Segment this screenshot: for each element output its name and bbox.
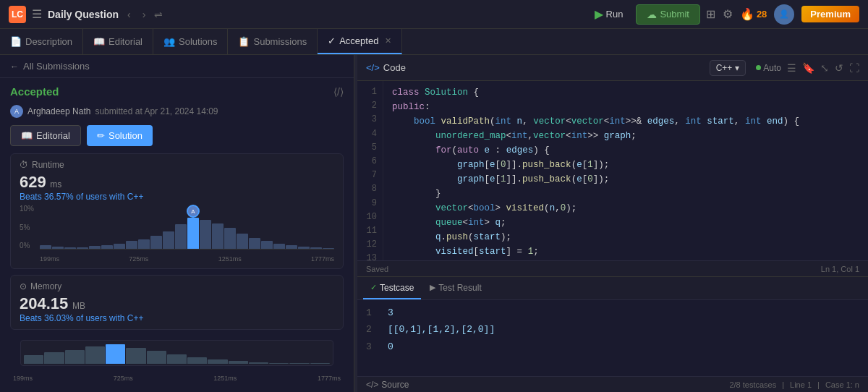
bar-17 [237, 234, 248, 249]
hamburger-icon[interactable]: ☰ [32, 7, 42, 21]
test-val-3: 0 [388, 338, 393, 355]
source-label: Source [381, 380, 409, 390]
test-ln-1: 1 [366, 304, 380, 321]
test-result-icon: ▶ [430, 283, 435, 292]
bar-19 [261, 241, 273, 249]
tab-accepted[interactable]: ✓ Accepted ✕ [318, 29, 402, 54]
solution-button[interactable]: ✏ Solution [87, 125, 153, 146]
memory-value: 204.15 [20, 294, 68, 312]
top-nav: LC ☰ Daily Question ‹ › ⇌ ▶ Run ☁ Submit… [0, 0, 868, 29]
auto-badge: Auto [756, 63, 781, 73]
test-result-label: Test Result [438, 283, 481, 293]
code-line-4: unordered_map<int,vector<int>> graph; [392, 129, 859, 143]
code-line-6: graph[e[0]].push_back(e[1]); [392, 158, 859, 172]
code-line-8: } [392, 187, 859, 201]
submit-button[interactable]: ☁ Submit [636, 4, 699, 25]
ln-13: 13 [363, 252, 377, 260]
mini-x-2: 725ms [114, 375, 133, 382]
tab-submissions[interactable]: 📋 Submissions [228, 29, 318, 54]
tab-solutions[interactable]: 👥 Solutions [153, 29, 228, 54]
runtime-label: ⏱ Runtime [20, 160, 334, 170]
tab-test-result[interactable]: ▶ Test Result [422, 277, 488, 299]
auto-label: Auto [763, 63, 781, 73]
mini-bar-15 [310, 363, 330, 364]
runtime-chart: 10% 5% 0% [20, 205, 334, 263]
fullscreen-icon[interactable]: ⛶ [849, 62, 859, 74]
bookmark-icon[interactable]: 🔖 [802, 62, 814, 74]
nav-center: ▶ Run ☁ Submit [587, 4, 700, 25]
submissions-icon: 📋 [238, 36, 250, 47]
bar-14 [200, 220, 211, 249]
extensions-icon[interactable]: ⊞ [706, 7, 715, 21]
bar-16 [224, 228, 236, 249]
mini-chart [20, 340, 333, 366]
x-label-1: 199ms [40, 255, 59, 263]
test-line-3: 3 0 [366, 338, 859, 355]
tab-description[interactable]: 📄 Description [0, 29, 83, 54]
undo-icon[interactable]: ↺ [835, 62, 843, 74]
format-icon[interactable]: ☰ [787, 62, 796, 74]
mini-bar-3 [65, 350, 85, 365]
settings-icon[interactable]: ⚙ [723, 7, 733, 21]
code-line-10: queue<int> q; [392, 216, 859, 230]
tab-testcase[interactable]: ✓ Testcase [363, 277, 421, 299]
tab-close-icon[interactable]: ✕ [385, 36, 391, 46]
ln-7: 7 [363, 169, 377, 182]
description-icon: 📄 [10, 36, 22, 47]
case-info: Case 1: n [825, 380, 859, 389]
bottom-status-bar: </> Source 2/8 testcases | Line 1 | Case… [357, 376, 868, 392]
testcase-count: 2/8 testcases [729, 380, 776, 389]
source-button[interactable]: </> Source [366, 380, 409, 390]
memory-icon: ⊙ [20, 281, 27, 291]
test-val-2: [[0,1],[1,2],[2,0]] [388, 321, 495, 338]
nav-prev-arrow[interactable]: ‹ [124, 7, 134, 22]
auto-dot-icon [756, 65, 761, 70]
user-avatar[interactable]: 👤 [774, 4, 794, 25]
copy-code-icon[interactable]: ⟨/⟩ [333, 86, 344, 98]
ln-6: 6 [363, 155, 377, 169]
test-val-1: 3 [388, 304, 393, 321]
code-line-9: vector<bool> visited(n,0); [392, 201, 859, 216]
back-to-submissions[interactable]: ← All Submissions [0, 55, 354, 78]
test-line-1: 1 3 [366, 304, 859, 321]
submitter-name: Arghadeep Nath [27, 106, 90, 116]
runtime-unit: ms [50, 179, 61, 189]
bottom-panel: ✓ Testcase ▶ Test Result 1 3 2 [[0,1],[1… [357, 276, 868, 392]
tab-editorial[interactable]: 📖 Editorial [83, 29, 153, 54]
chart-y-10: 10% [20, 205, 34, 213]
main-layout: ← All Submissions Accepted ⟨/⟩ A Arghade… [0, 55, 868, 392]
ln-5: 5 [363, 141, 377, 155]
memory-label: ⊙ Memory [20, 281, 334, 291]
bar-15 [212, 223, 224, 249]
code-lines: 1 2 3 4 5 6 7 8 9 10 11 12 13 14 15 16 1 [357, 81, 868, 260]
code-header-right: C++ ▾ Auto ☰ 🔖 ⤡ ↺ ⛶ [710, 60, 859, 76]
clock-icon: ⏱ [20, 160, 28, 170]
run-button[interactable]: ▶ Run [587, 4, 631, 24]
editorial-button[interactable]: 📖 Editorial [10, 125, 81, 146]
solution-btn-icon: ✏ [97, 130, 105, 141]
tab-solutions-label: Solutions [179, 36, 217, 47]
code-header: </> Code C++ ▾ Auto ☰ 🔖 ⤡ ↺ ⛶ [357, 55, 868, 81]
right-panel: </> Code C++ ▾ Auto ☰ 🔖 ⤡ ↺ ⛶ [357, 55, 868, 392]
mini-bar-4 [85, 346, 105, 364]
testcase-label: Testcase [380, 283, 414, 293]
play-icon: ▶ [595, 7, 603, 21]
code-editor[interactable]: 1 2 3 4 5 6 7 8 9 10 11 12 13 14 15 16 1 [357, 81, 868, 260]
nav-right: ⊞ ⚙ 🔥 28 👤 Premium [706, 4, 859, 25]
mini-bar-2 [44, 352, 64, 365]
bar-3 [64, 247, 76, 249]
bar-23 [310, 247, 322, 249]
language-selector[interactable]: C++ ▾ [710, 60, 746, 76]
expand-icon[interactable]: ⤡ [820, 62, 829, 74]
shuffle-icon[interactable]: ⇌ [154, 9, 163, 20]
nav-next-arrow[interactable]: › [140, 7, 149, 22]
test-ln-2: 2 [366, 321, 380, 338]
back-label: All Submissions [23, 61, 90, 72]
logo-icon[interactable]: LC [9, 6, 26, 23]
left-panel: ← All Submissions Accepted ⟨/⟩ A Arghade… [0, 55, 354, 392]
metrics-container: ⏱ Runtime 629 ms Beats 36.57% of users w… [0, 153, 354, 392]
bar-21 [286, 245, 297, 249]
tab-submissions-label: Submissions [253, 36, 307, 47]
premium-button[interactable]: Premium [801, 6, 859, 22]
bar-24 [323, 248, 334, 249]
